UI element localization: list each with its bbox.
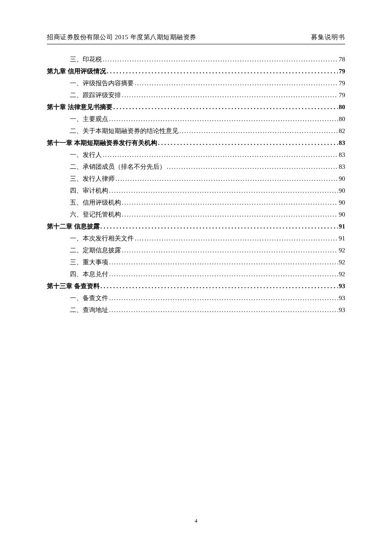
toc-entry-label: 一、主要观点 bbox=[70, 116, 108, 122]
toc-entry-label: 第十一章 本期短期融资券发行有关机构 bbox=[47, 140, 157, 146]
toc-entry: 二、跟踪评级安排................................… bbox=[70, 92, 345, 98]
toc-entry: 第九章 信用评级情况 . . . . . . . . . . . . . . .… bbox=[47, 68, 345, 75]
toc-entry-label: 一、本次发行相关文件 bbox=[70, 235, 134, 242]
toc-entry-page: 83 bbox=[339, 152, 345, 158]
toc-entry-page: 92 bbox=[339, 271, 345, 278]
toc-entry-page: 91 bbox=[339, 223, 345, 230]
toc-entry: 四、本息兑付..................................… bbox=[70, 271, 345, 278]
toc-entry-page: 93 bbox=[339, 283, 345, 289]
page-footer: 4 bbox=[0, 517, 392, 524]
header-title-right: 募集说明书 bbox=[311, 33, 345, 41]
toc-entry-page: 83 bbox=[339, 140, 345, 146]
toc-entry: 一、发行人...................................… bbox=[70, 152, 345, 158]
toc-entry: 二、查询地址..................................… bbox=[70, 307, 345, 313]
toc-entry-page: 92 bbox=[339, 247, 345, 254]
table-of-contents: 三、印花税...................................… bbox=[47, 56, 345, 313]
toc-entry: 六、登记托管机构................................… bbox=[70, 211, 345, 218]
toc-entry-label: 第十二章 信息披露 bbox=[47, 223, 100, 230]
toc-entry-label: 二、关于本期短期融资券的结论性意见 bbox=[70, 128, 179, 134]
toc-leader-dots: . . . . . . . . . . . . . . . . . . . . … bbox=[101, 283, 338, 289]
toc-leader-dots: . . . . . . . . . . . . . . . . . . . . … bbox=[107, 68, 338, 75]
toc-leader-dots: . . . . . . . . . . . . . . . . . . . . … bbox=[101, 223, 338, 230]
toc-leader-dots: ........................................… bbox=[122, 92, 338, 98]
document-page: 招商证券股份有限公司 2015 年度第八期短期融资券 募集说明书 三、印花税..… bbox=[0, 0, 392, 313]
toc-entry-label: 五、信用评级机构 bbox=[70, 199, 121, 206]
toc-entry: 二、关于本期短期融资券的结论性意见.......................… bbox=[70, 128, 345, 134]
toc-entry-page: 80 bbox=[339, 104, 345, 110]
toc-entry: 一、本次发行相关文件..............................… bbox=[70, 235, 345, 242]
toc-leader-dots: ........................................… bbox=[109, 188, 338, 194]
toc-entry-label: 第十章 法律意见书摘要 bbox=[47, 104, 112, 110]
toc-entry: 一、评级报告内容摘要..............................… bbox=[70, 80, 345, 87]
toc-entry-page: 79 bbox=[339, 80, 345, 87]
toc-entry: 三、重大事项..................................… bbox=[70, 259, 345, 266]
toc-entry-page: 78 bbox=[339, 56, 345, 63]
toc-entry-page: 82 bbox=[339, 128, 345, 134]
toc-entry-page: 91 bbox=[339, 235, 345, 242]
toc-entry-page: 90 bbox=[339, 176, 345, 182]
toc-entry: 三、发行人律师.................................… bbox=[70, 176, 345, 182]
toc-leader-dots: ........................................… bbox=[167, 164, 338, 170]
toc-entry-label: 二、定期信息披露 bbox=[70, 247, 121, 254]
toc-entry-label: 二、承销团成员（排名不分先后） bbox=[70, 164, 166, 170]
toc-entry: 二、定期信息披露................................… bbox=[70, 247, 345, 254]
toc-leader-dots: ........................................… bbox=[109, 271, 338, 278]
toc-entry-label: 一、发行人 bbox=[70, 152, 102, 158]
toc-leader-dots: ........................................… bbox=[115, 176, 338, 182]
toc-entry-page: 80 bbox=[339, 116, 345, 122]
toc-entry: 五、信用评级机构................................… bbox=[70, 199, 345, 206]
toc-entry-page: 90 bbox=[339, 188, 345, 194]
toc-entry: 四、审计机构..................................… bbox=[70, 188, 345, 194]
toc-leader-dots: ........................................… bbox=[135, 235, 338, 242]
header-title-left: 招商证券股份有限公司 2015 年度第八期短期融资券 bbox=[47, 33, 196, 41]
toc-entry-page: 93 bbox=[339, 295, 345, 301]
toc-entry: 第十二章 信息披露 . . . . . . . . . . . . . . . … bbox=[47, 223, 345, 230]
toc-entry-label: 一、备查文件 bbox=[70, 295, 108, 301]
toc-entry-label: 六、登记托管机构 bbox=[70, 211, 121, 218]
toc-leader-dots: ........................................… bbox=[135, 80, 338, 87]
toc-entry-label: 第九章 信用评级情况 bbox=[47, 68, 106, 75]
toc-entry-page: 83 bbox=[339, 164, 345, 170]
toc-entry: 第十一章 本期短期融资券发行有关机构 . . . . . . . . . . .… bbox=[47, 140, 345, 146]
toc-entry-page: 90 bbox=[339, 211, 345, 218]
toc-leader-dots: ........................................… bbox=[122, 211, 338, 218]
page-header: 招商证券股份有限公司 2015 年度第八期短期融资券 募集说明书 bbox=[47, 33, 345, 44]
toc-leader-dots: ........................................… bbox=[122, 247, 338, 254]
toc-entry: 三、印花税...................................… bbox=[70, 56, 345, 63]
toc-leader-dots: ........................................… bbox=[109, 259, 338, 266]
toc-leader-dots: ........................................… bbox=[179, 128, 338, 134]
toc-leader-dots: ........................................… bbox=[109, 116, 338, 122]
toc-entry-page: 93 bbox=[339, 307, 345, 313]
toc-entry-label: 一、评级报告内容摘要 bbox=[70, 80, 134, 87]
toc-entry-page: 90 bbox=[339, 199, 345, 206]
toc-entry-page: 79 bbox=[339, 68, 345, 75]
toc-entry-page: 79 bbox=[339, 92, 345, 98]
toc-leader-dots: ........................................… bbox=[122, 199, 338, 206]
toc-entry-label: 第十三章 备查资料 bbox=[47, 283, 100, 289]
toc-entry-label: 四、本息兑付 bbox=[70, 271, 108, 278]
toc-leader-dots: ........................................… bbox=[103, 56, 338, 63]
toc-leader-dots: ........................................… bbox=[109, 295, 338, 301]
toc-leader-dots: ........................................… bbox=[109, 307, 338, 313]
toc-entry-label: 二、查询地址 bbox=[70, 307, 108, 313]
toc-entry-label: 三、重大事项 bbox=[70, 259, 108, 266]
toc-entry: 二、承销团成员（排名不分先后）.........................… bbox=[70, 164, 345, 170]
toc-entry: 一、备查文件..................................… bbox=[70, 295, 345, 301]
toc-entry: 第十章 法律意见书摘要 . . . . . . . . . . . . . . … bbox=[47, 104, 345, 110]
toc-entry-label: 四、审计机构 bbox=[70, 188, 108, 194]
page-number: 4 bbox=[195, 517, 198, 524]
toc-entry-label: 二、跟踪评级安排 bbox=[70, 92, 121, 98]
toc-leader-dots: . . . . . . . . . . . . . . . . . . . . … bbox=[158, 140, 338, 146]
toc-entry-label: 三、印花税 bbox=[70, 56, 102, 63]
toc-entry: 一、主要观点..................................… bbox=[70, 116, 345, 122]
toc-entry-page: 92 bbox=[339, 259, 345, 266]
toc-leader-dots: . . . . . . . . . . . . . . . . . . . . … bbox=[113, 104, 338, 110]
toc-entry: 第十三章 备查资料 . . . . . . . . . . . . . . . … bbox=[47, 283, 345, 289]
toc-leader-dots: ........................................… bbox=[103, 152, 338, 158]
toc-entry-label: 三、发行人律师 bbox=[70, 176, 115, 182]
